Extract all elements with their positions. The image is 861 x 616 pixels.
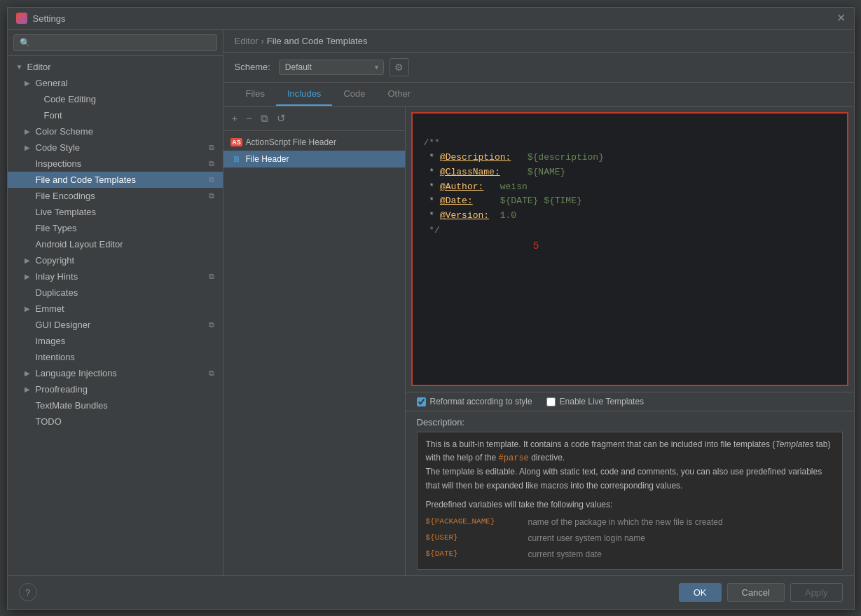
sidebar-item-intentions[interactable]: Intentions bbox=[8, 349, 223, 365]
title-bar: Settings ✕ bbox=[8, 8, 854, 30]
reformat-checkbox-label[interactable]: Reformat according to style bbox=[417, 397, 532, 406]
desc-text-templates: Templates bbox=[775, 439, 813, 449]
sidebar-item-label-gui: GUI Designer bbox=[36, 320, 91, 330]
sidebar-item-todo[interactable]: TODO bbox=[8, 413, 223, 430]
tab-code[interactable]: Code bbox=[332, 83, 376, 106]
sidebar-item-code-editing[interactable]: Code Editing bbox=[8, 91, 223, 107]
toolbar-row: Scheme: Default Project ⚙ bbox=[223, 53, 854, 83]
ok-button[interactable]: OK bbox=[679, 583, 722, 602]
expand-icon-editor: ▼ bbox=[16, 63, 25, 71]
reset-template-button[interactable]: ↺ bbox=[274, 111, 289, 126]
sidebar-item-textmate[interactable]: TextMate Bundles bbox=[8, 397, 223, 413]
sidebar-item-gui-designer[interactable]: GUI Designer ⧉ bbox=[8, 317, 223, 333]
sidebar-item-inspections[interactable]: Inspections ⧉ bbox=[8, 156, 223, 172]
editor-section: + − ⧉ ↺ AS ActionScript File Header bbox=[223, 107, 854, 575]
sidebar-item-label-color-scheme: Color Scheme bbox=[36, 126, 93, 137]
tabs-row: Files Includes Code Other bbox=[223, 83, 854, 107]
content-area: Editor › File and Code Templates Scheme:… bbox=[223, 30, 854, 575]
sidebar-item-label-file-types: File Types bbox=[36, 223, 77, 233]
footer-right: OK Cancel Apply bbox=[679, 583, 843, 602]
breadcrumb-separator: › bbox=[261, 36, 263, 46]
description-box: This is a built-in template. It contains… bbox=[417, 432, 843, 570]
desc-text-1: This is a built-in template. It contains… bbox=[426, 439, 776, 449]
copy-icon-file-encodings: ⧉ bbox=[209, 191, 214, 200]
sidebar-item-file-and-code-templates[interactable]: File and Code Templates ⧉ bbox=[8, 172, 223, 188]
var-row-user: ${USER} current user system login name bbox=[426, 531, 834, 547]
sidebar-item-label-images: Images bbox=[36, 336, 66, 346]
sidebar-item-editor[interactable]: ▼ Editor bbox=[8, 59, 223, 75]
scheme-select[interactable]: Default Project bbox=[279, 60, 384, 75]
footer-left: ? bbox=[19, 583, 37, 601]
expand-icon-emmet: ▶ bbox=[25, 305, 33, 313]
sidebar-item-code-style[interactable]: ▶ Code Style ⧉ bbox=[8, 139, 223, 156]
live-templates-checkbox-label[interactable]: Enable Live Templates bbox=[546, 397, 645, 406]
var-name-user: ${USER} bbox=[426, 532, 517, 545]
list-item-file-header[interactable]: 🗎 File Header bbox=[223, 151, 405, 167]
description-label: Description: bbox=[417, 417, 843, 427]
code-editor[interactable]: /** * @Description: ${description} * @Cl… bbox=[411, 112, 848, 387]
sidebar-item-color-scheme[interactable]: ▶ Color Scheme bbox=[8, 123, 223, 139]
apply-button[interactable]: Apply bbox=[790, 583, 843, 602]
help-button[interactable]: ? bbox=[19, 583, 37, 601]
sidebar-item-language-injections[interactable]: ▶ Language Injections ⧉ bbox=[8, 365, 223, 381]
sidebar-item-inlay-hints[interactable]: ▶ Inlay Hints ⧉ bbox=[8, 268, 223, 285]
sidebar-item-label-android: Android Layout Editor bbox=[36, 239, 123, 249]
reformat-checkbox[interactable] bbox=[417, 397, 426, 406]
gear-button[interactable]: ⚙ bbox=[390, 58, 409, 76]
sidebar-item-copyright[interactable]: ▶ Copyright bbox=[8, 252, 223, 268]
sidebar: ▼ Editor ▶ General Code Editing Font bbox=[8, 30, 223, 575]
sidebar-item-file-encodings[interactable]: File Encodings ⧉ bbox=[8, 188, 223, 204]
code-content: /** * @Description: ${description} * @Cl… bbox=[413, 114, 847, 278]
expand-icon-inlay-hints: ▶ bbox=[25, 273, 33, 280]
sidebar-item-label-intentions: Intentions bbox=[36, 352, 75, 362]
predefined-label: Predefined variables will take the follo… bbox=[426, 498, 834, 512]
search-input[interactable] bbox=[13, 34, 217, 51]
sidebar-item-images[interactable]: Images bbox=[8, 333, 223, 349]
close-button[interactable]: ✕ bbox=[836, 13, 846, 24]
sidebar-item-proofreading[interactable]: ▶ Proofreading bbox=[8, 381, 223, 397]
sidebar-item-general[interactable]: ▶ General bbox=[8, 75, 223, 91]
add-template-button[interactable]: + bbox=[229, 111, 241, 125]
scheme-select-wrapper: Default Project bbox=[279, 60, 384, 75]
sidebar-item-label-copyright: Copyright bbox=[36, 255, 75, 266]
sidebar-item-live-templates[interactable]: Live Templates bbox=[8, 204, 223, 220]
variables-table: Predefined variables will take the follo… bbox=[426, 498, 834, 563]
sidebar-item-label-font: Font bbox=[44, 110, 62, 121]
tab-files[interactable]: Files bbox=[235, 83, 276, 106]
copy-template-button[interactable]: ⧉ bbox=[258, 111, 271, 126]
var-desc-date: current system date bbox=[528, 548, 602, 561]
sidebar-item-label-live-templates: Live Templates bbox=[36, 207, 96, 217]
var-row-package: ${PACKAGE_NAME} name of the package in w… bbox=[426, 514, 834, 531]
dialog-title: Settings bbox=[33, 13, 66, 24]
cancel-button[interactable]: Cancel bbox=[727, 583, 785, 602]
breadcrumb-parent: Editor bbox=[235, 36, 259, 46]
options-bar: Reformat according to style Enable Live … bbox=[406, 392, 854, 411]
file-item-label-file-header: File Header bbox=[246, 154, 289, 164]
copy-icon-file-templates: ⧉ bbox=[209, 175, 214, 184]
sidebar-item-label-file-templates: File and Code Templates bbox=[36, 174, 137, 185]
remove-template-button[interactable]: − bbox=[243, 111, 255, 125]
search-box bbox=[8, 30, 223, 56]
expand-icon-general: ▶ bbox=[25, 79, 33, 87]
scheme-label: Scheme: bbox=[235, 62, 270, 72]
tab-includes[interactable]: Includes bbox=[276, 83, 332, 106]
desc-text-parse: #parse bbox=[499, 453, 529, 463]
sidebar-item-font[interactable]: Font bbox=[8, 107, 223, 123]
sidebar-item-android-layout-editor[interactable]: Android Layout Editor bbox=[8, 236, 223, 252]
expand-icon-code-style: ▶ bbox=[25, 144, 33, 151]
live-templates-checkbox[interactable] bbox=[546, 397, 556, 406]
sidebar-item-label-code-style: Code Style bbox=[36, 142, 81, 153]
tab-other[interactable]: Other bbox=[376, 83, 422, 106]
file-list-panel: + − ⧉ ↺ AS ActionScript File Header bbox=[223, 107, 406, 575]
sidebar-item-label-emmet: Emmet bbox=[36, 303, 64, 314]
sidebar-item-file-types[interactable]: File Types bbox=[8, 220, 223, 236]
file-item-label-actionscript: ActionScript File Header bbox=[246, 137, 336, 147]
sidebar-item-emmet[interactable]: ▶ Emmet bbox=[8, 301, 223, 317]
expand-icon-copyright: ▶ bbox=[25, 256, 33, 264]
file-list: AS ActionScript File Header 🗎 File Heade… bbox=[223, 131, 405, 575]
copy-icon-lang-inject: ⧉ bbox=[209, 369, 214, 378]
sidebar-item-label-file-encodings: File Encodings bbox=[36, 191, 95, 201]
list-item-actionscript[interactable]: AS ActionScript File Header bbox=[223, 134, 405, 151]
sidebar-item-duplicates[interactable]: Duplicates bbox=[8, 285, 223, 301]
sidebar-item-label-lang-inject: Language Injections bbox=[36, 368, 117, 378]
